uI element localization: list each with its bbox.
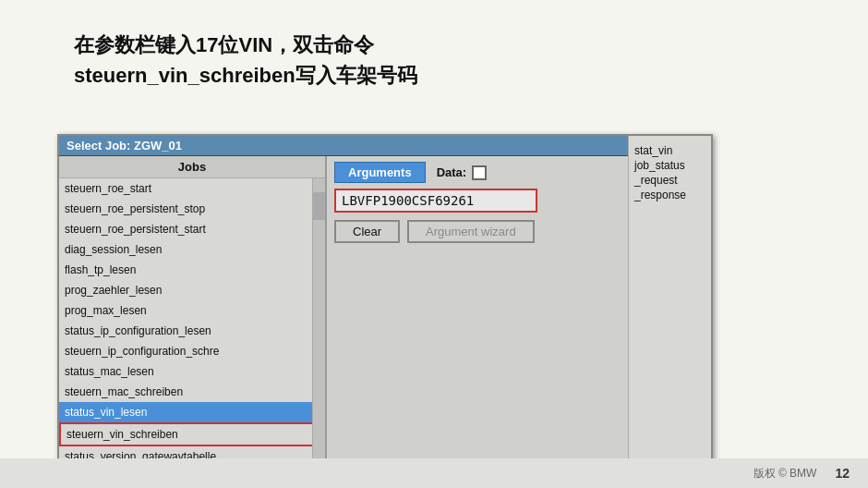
- job-item[interactable]: steuern_ip_configuration_schre: [59, 341, 325, 361]
- select-job-dialog: Select Job: ZGW_01 Jobs steuern_roe_star…: [57, 134, 713, 488]
- job-item[interactable]: steuern_mac_schreiben: [59, 382, 325, 402]
- job-item[interactable]: steuern_roe_persistent_stop: [59, 199, 325, 219]
- scrollbar-thumb[interactable]: [313, 192, 325, 220]
- side-info-panel: stat_vinjob_status_request_response: [628, 136, 711, 488]
- side-info-item: stat_vin: [634, 143, 705, 158]
- instruction-line1: 在参数栏键入17位VIN，双击命令: [74, 30, 417, 60]
- job-item[interactable]: status_mac_lesen: [59, 361, 325, 382]
- job-item[interactable]: diag_session_lesen: [59, 239, 325, 260]
- vin-input[interactable]: LBVFP1900CSF69261: [334, 189, 537, 213]
- job-item[interactable]: steuern_roe_persistent_start: [59, 219, 325, 239]
- job-item[interactable]: status_ip_configuration_lesen: [59, 321, 325, 341]
- side-info-item: _response: [634, 188, 705, 202]
- instruction-block: 在参数栏键入17位VIN，双击命令 steuern_vin_schreiben写…: [74, 30, 417, 91]
- arguments-tab[interactable]: Arguments: [334, 162, 426, 183]
- job-item[interactable]: steuern_vin_schreiben: [59, 422, 325, 446]
- argument-wizard-button[interactable]: Argument wizard: [407, 220, 535, 243]
- job-item[interactable]: flash_tp_lesen: [59, 260, 325, 280]
- dialog-body: Jobs steuern_roe_startsteuern_roe_persis…: [59, 156, 711, 488]
- side-info-item: _request: [634, 173, 705, 188]
- job-item[interactable]: status_vin_lesen: [59, 402, 325, 422]
- jobs-list[interactable]: steuern_roe_startsteuern_roe_persistent_…: [59, 178, 325, 488]
- job-item[interactable]: steuern_roe_start: [59, 178, 325, 199]
- data-checkbox[interactable]: [472, 165, 487, 180]
- jobs-header: Jobs: [59, 156, 325, 178]
- job-item[interactable]: prog_zaehler_lesen: [59, 280, 325, 300]
- page-background: 在参数栏键入17位VIN，双击命令 steuern_vin_schreiben写…: [0, 0, 868, 488]
- data-label: Data:: [437, 165, 467, 179]
- jobs-panel: Jobs steuern_roe_startsteuern_roe_persis…: [59, 156, 327, 488]
- job-item[interactable]: prog_max_lesen: [59, 300, 325, 321]
- footer-bar: 版权 © BMW 12: [0, 458, 868, 488]
- footer-brand: 版权 © BMW: [753, 466, 817, 482]
- side-info-item: job_status: [634, 158, 705, 173]
- data-section: Data:: [437, 165, 488, 180]
- jobs-scrollbar[interactable]: [312, 178, 325, 488]
- clear-button[interactable]: Clear: [334, 220, 400, 243]
- page-number: 12: [835, 466, 850, 481]
- instruction-line2: steuern_vin_schreiben写入车架号码: [74, 60, 417, 91]
- dialog-titlebar: Select Job: ZGW_01: [59, 136, 711, 156]
